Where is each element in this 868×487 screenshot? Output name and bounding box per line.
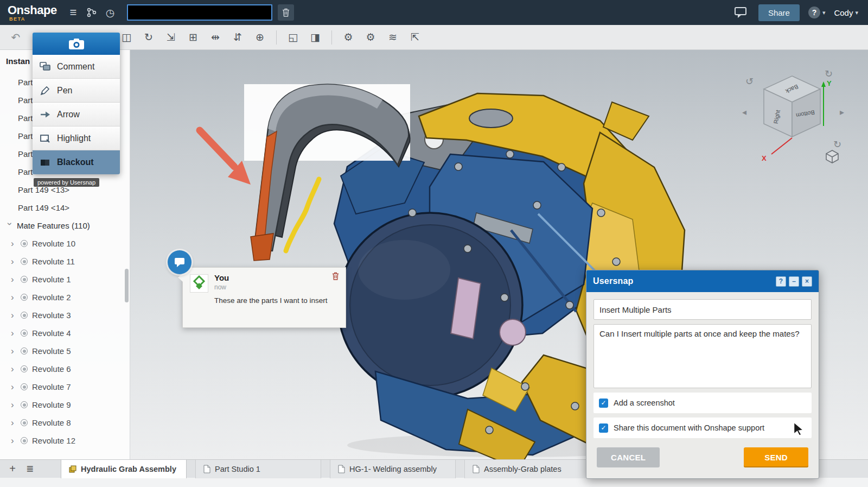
menu-item-comment[interactable]: Comment	[33, 55, 120, 79]
comment-pin[interactable]	[168, 250, 192, 274]
send-button[interactable]: SEND	[744, 447, 808, 467]
menu-item-arrow[interactable]: Arrow	[33, 103, 120, 127]
chevron-down-icon[interactable]: ›	[4, 222, 15, 230]
list-item-revolute[interactable]: ›Revolute 10	[0, 235, 130, 252]
share-button[interactable]: Share	[758, 4, 800, 21]
chevron-right-icon[interactable]: ›	[11, 274, 19, 285]
mate-icon[interactable]: ⚙	[338, 29, 359, 46]
mate-features-label: Mate Features (110)	[17, 221, 90, 230]
tab-hg1-welding-assembly[interactable]: HG-1- Welding assembly	[330, 460, 456, 478]
hamburger-menu-icon[interactable]: ≡	[64, 3, 82, 22]
help-menu[interactable]: ? ▾	[808, 7, 826, 18]
undo-button[interactable]: ↶	[7, 31, 25, 44]
panel-scrollbar[interactable]	[125, 269, 129, 302]
add-tab-button[interactable]: +	[4, 463, 21, 475]
list-item-revolute[interactable]: ›Revolute 11	[0, 252, 130, 270]
revolute-label: Revolute 6	[32, 364, 71, 374]
cancel-button[interactable]: CANCEL	[597, 447, 660, 467]
comment-text: These are the parts I want to insert	[214, 296, 331, 306]
top-bar: Onshape BETA ≡ ◷ Share ? ▾ Cody ▾	[0, 0, 868, 25]
menu-item-label: Highlight	[57, 134, 91, 143]
menu-item-highlight[interactable]: Highlight	[33, 127, 120, 150]
chevron-right-icon[interactable]: ›	[11, 238, 19, 249]
list-item-revolute[interactable]: ›Revolute 9	[0, 396, 130, 414]
pattern-icon[interactable]: ⊞	[183, 29, 203, 46]
tab-part-studio-1[interactable]: Part Studio 1	[195, 460, 321, 478]
chevron-right-icon[interactable]: ›	[11, 400, 19, 410]
part-label: Part	[18, 131, 33, 141]
revolute-label: Revolute 8	[32, 418, 71, 427]
add-screenshot-row[interactable]: ✓ Add a screenshot	[593, 393, 812, 413]
show-hidden-icon[interactable]: ◱	[283, 29, 303, 46]
chevron-right-icon[interactable]: ›	[11, 382, 19, 393]
revolute-mate-icon	[21, 419, 28, 426]
named-views-icon[interactable]: ⇲	[161, 29, 181, 46]
snap-mode-icon[interactable]: ⇵	[227, 29, 248, 46]
part-label: Part	[18, 167, 33, 176]
revolve-icon[interactable]: ↻	[138, 29, 159, 46]
screenshot-camera-icon[interactable]	[33, 33, 120, 55]
move-icon[interactable]: ⇹	[205, 29, 226, 46]
chevron-right-icon[interactable]: ›	[11, 328, 19, 339]
tab-label: HG-1- Welding assembly	[349, 465, 437, 473]
subject-input[interactable]	[593, 299, 812, 320]
chat-comments-icon[interactable]	[731, 3, 750, 22]
list-item-revolute[interactable]: ›Revolute 4	[0, 324, 130, 342]
tab-label: Hydraulic Grab Assembly	[81, 465, 176, 473]
part-label: Part	[18, 149, 33, 159]
rack-icon[interactable]: ≋	[382, 29, 403, 46]
revolute-mate-icon	[21, 258, 28, 265]
list-item-part[interactable]: Part 149 <14>	[0, 199, 130, 217]
share-document-row[interactable]: ✓ Share this document with Onshape suppo…	[593, 418, 812, 438]
chevron-right-icon[interactable]: ›	[11, 310, 19, 321]
versions-branch-icon[interactable]	[82, 3, 101, 22]
chevron-right-icon[interactable]: ›	[11, 256, 19, 267]
chevron-down-icon: ▾	[855, 9, 858, 16]
user-menu[interactable]: Cody ▾	[834, 8, 858, 17]
avatar	[190, 274, 208, 293]
logo-text: Onshape	[8, 3, 64, 17]
document-name-blackout[interactable]	[127, 4, 272, 21]
isometric-view-icon[interactable]	[825, 149, 840, 166]
list-item-revolute[interactable]: ›Revolute 1	[0, 270, 130, 288]
delete-comment-icon[interactable]	[332, 272, 339, 282]
message-textarea[interactable]	[593, 324, 812, 388]
chevron-right-icon[interactable]: ›	[11, 364, 19, 375]
checkbox-checked-icon[interactable]: ✓	[599, 399, 608, 408]
mate-connector-icon[interactable]: ⚙	[360, 29, 381, 46]
checkbox-checked-icon[interactable]: ✓	[599, 423, 608, 433]
list-item-revolute[interactable]: ›Revolute 2	[0, 288, 130, 306]
dialog-titlebar[interactable]: Usersnap ? – ×	[586, 270, 819, 292]
list-item-revolute[interactable]: ›Revolute 12	[0, 432, 130, 450]
tab-list-button[interactable]: ≣	[21, 463, 39, 475]
onshape-logo[interactable]: Onshape BETA	[8, 3, 64, 22]
list-item-revolute[interactable]: ›Revolute 3	[0, 306, 130, 324]
dialog-close-button[interactable]: ×	[802, 276, 812, 287]
history-icon[interactable]: ◷	[101, 3, 119, 22]
tab-assembly-grab-plates[interactable]: Assembly-Grab plates	[464, 460, 590, 478]
help-icon: ?	[808, 7, 820, 18]
list-item-revolute[interactable]: ›Revolute 5	[0, 342, 130, 360]
list-item-revolute[interactable]: ›Revolute 8	[0, 414, 130, 432]
chevron-right-icon[interactable]: ›	[11, 435, 19, 446]
chevron-right-icon[interactable]: ›	[11, 292, 19, 303]
arrow-annotation[interactable]	[200, 130, 251, 185]
mate-features-header[interactable]: › Mate Features (110)	[0, 217, 130, 235]
menu-item-pen[interactable]: Pen	[33, 79, 120, 103]
list-item-revolute[interactable]: ›Revolute 6	[0, 360, 130, 378]
dialog-minimize-button[interactable]: –	[789, 276, 799, 287]
chevron-right-icon[interactable]: ›	[11, 346, 19, 357]
dialog-help-button[interactable]: ?	[776, 276, 786, 287]
revolute-mate-icon	[21, 240, 28, 247]
appearance-icon[interactable]: ◨	[305, 29, 326, 46]
list-item-revolute[interactable]: ›Revolute 7	[0, 378, 130, 396]
chevron-right-icon[interactable]: ›	[11, 418, 19, 428]
revolute-label: Revolute 5	[32, 346, 71, 356]
revolute-label: Revolute 9	[32, 400, 71, 409]
menu-item-blackout[interactable]: Blackout	[33, 150, 120, 174]
exploded-view-icon[interactable]: ⇱	[405, 29, 425, 46]
menu-item-label: Blackout	[57, 157, 94, 167]
trash-icon[interactable]	[278, 4, 294, 21]
tab-hydraulic-grab-assembly[interactable]: Hydraulic Grab Assembly	[61, 460, 187, 478]
transform-icon[interactable]: ⊕	[250, 29, 270, 46]
